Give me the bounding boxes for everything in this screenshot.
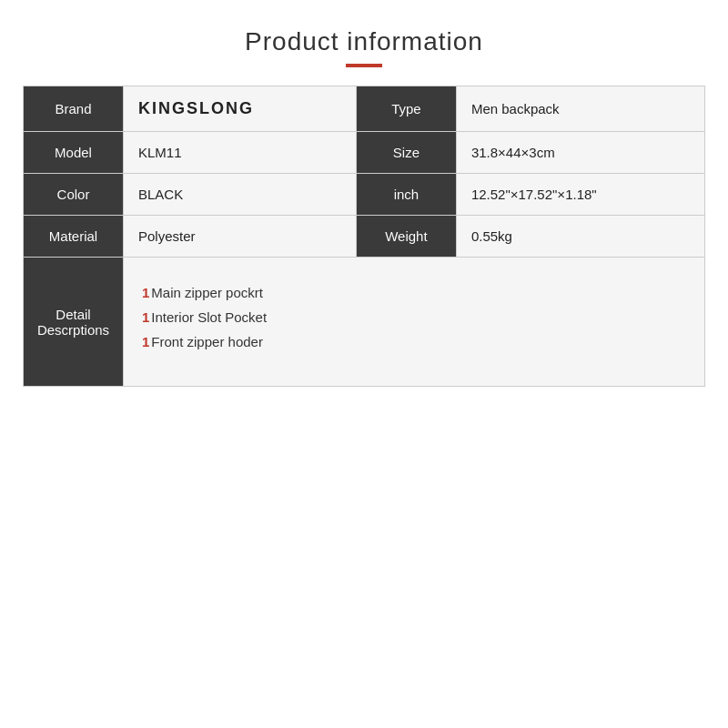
right-value-cell: 31.8×44×3cm (456, 132, 704, 174)
detail-item-text: Interior Slot Pocket (151, 309, 267, 325)
detail-item-num: 1 (142, 285, 149, 300)
left-value-cell: BLACK (124, 174, 357, 216)
left-value-cell: KINGSLONG (124, 86, 357, 132)
right-label-cell: Size (356, 132, 456, 174)
right-label-cell: inch (356, 174, 456, 216)
right-value-cell: 0.55kg (456, 216, 704, 258)
detail-row: DetailDescrptions1Main zipper pockrt1Int… (24, 258, 705, 387)
title-divider (346, 64, 382, 67)
detail-item-text: Main zipper pockrt (151, 285, 263, 300)
detail-item: 1Main zipper pockrt (142, 285, 686, 300)
page-title: Product information (23, 27, 705, 56)
detail-item-num: 1 (142, 309, 149, 325)
right-label-cell: Type (356, 86, 456, 132)
right-label-cell: Weight (356, 216, 456, 258)
detail-item: 1Front zipper hoder (142, 334, 686, 349)
right-value-cell: 12.52"×17.52"×1.18" (456, 174, 704, 216)
left-label-cell: Material (24, 216, 124, 258)
detail-item-num: 1 (142, 334, 149, 349)
table-row: MaterialPolyesterWeight0.55kg (24, 216, 705, 258)
left-label-cell: Model (24, 132, 124, 174)
left-label-cell: Color (24, 174, 124, 216)
left-label-cell: Brand (24, 86, 124, 132)
right-value-cell: Men backpack (456, 86, 704, 132)
detail-item-text: Front zipper hoder (151, 334, 263, 349)
detail-item: 1Interior Slot Pocket (142, 309, 686, 325)
detail-label-cell: DetailDescrptions (24, 258, 124, 387)
table-row: ColorBLACKinch12.52"×17.52"×1.18" (24, 174, 705, 216)
table-row: BrandKINGSLONGTypeMen backpack (24, 86, 705, 132)
table-row: ModelKLM11Size31.8×44×3cm (24, 132, 705, 174)
detail-value-cell: 1Main zipper pockrt1Interior Slot Pocket… (124, 258, 705, 387)
left-value-cell: Polyester (124, 216, 357, 258)
left-value-cell: KLM11 (124, 132, 357, 174)
info-table: BrandKINGSLONGTypeMen backpackModelKLM11… (23, 86, 705, 387)
page-wrapper: Product information BrandKINGSLONGTypeMe… (0, 0, 728, 728)
title-section: Product information (23, 27, 705, 67)
